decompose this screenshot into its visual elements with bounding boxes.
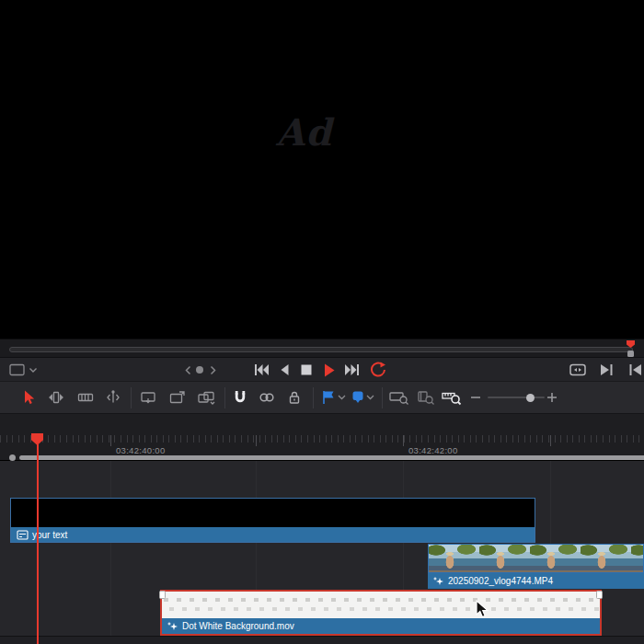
trim-handle-left[interactable] bbox=[159, 591, 166, 599]
go-to-next-edit-icon[interactable] bbox=[598, 362, 615, 377]
timeline-tracks[interactable]: your text 20250902_vlog4744.MP4 Dot Whit… bbox=[0, 461, 644, 636]
clip-attribute-icon bbox=[167, 621, 178, 632]
marker-dropdown-chevron-icon[interactable] bbox=[365, 392, 374, 403]
clip-name: 20250902_vlog4744.MP4 bbox=[448, 576, 553, 586]
timeline-clip-vlog[interactable]: 20250902_vlog4744.MP4 bbox=[428, 544, 644, 589]
timeline-bottom-strip bbox=[0, 636, 644, 644]
timeline-scrollbar-dot[interactable] bbox=[9, 454, 16, 461]
timecode-label: 03:42:42:00 bbox=[408, 445, 458, 455]
trim-handle-right[interactable] bbox=[596, 591, 603, 599]
transport-bar bbox=[0, 357, 644, 381]
ruler-major-tick bbox=[110, 435, 111, 446]
fit-to-fill-icon[interactable] bbox=[569, 362, 587, 377]
toolbar-divider bbox=[313, 387, 314, 408]
go-to-previous-edit-icon[interactable] bbox=[627, 362, 643, 377]
clip-name: Dot White Background.mov bbox=[182, 621, 294, 631]
loop-button[interactable] bbox=[369, 361, 387, 379]
timeline-view-full-icon[interactable] bbox=[388, 388, 410, 407]
toolbar-divider bbox=[131, 387, 132, 408]
zoom-slider-knob[interactable] bbox=[526, 394, 535, 402]
flag-dropdown-chevron-icon[interactable] bbox=[337, 392, 346, 403]
ruler-major-tick bbox=[550, 435, 551, 446]
ruler-minor-ticks bbox=[0, 435, 644, 443]
toolbar-divider bbox=[224, 387, 225, 408]
dot-clip-thumbnail bbox=[162, 592, 600, 618]
ruler-major-tick bbox=[256, 435, 257, 446]
position-lock-icon[interactable] bbox=[285, 388, 304, 407]
linked-selection-icon[interactable] bbox=[258, 388, 276, 407]
vlog-clip-thumbnails bbox=[428, 544, 644, 573]
dynamic-trim-mode-icon[interactable] bbox=[104, 388, 122, 407]
safe-area-overlay-icon[interactable] bbox=[7, 362, 28, 378]
last-frame-button[interactable] bbox=[343, 362, 360, 377]
viewer-seek-strip bbox=[0, 339, 644, 357]
insert-clip-icon[interactable] bbox=[138, 388, 158, 407]
app-window: Ad bbox=[0, 0, 644, 644]
play-button[interactable] bbox=[323, 362, 336, 378]
trim-edit-mode-icon[interactable] bbox=[47, 388, 65, 407]
toolbar-divider bbox=[382, 387, 383, 408]
clip-label-bar: your text bbox=[11, 527, 535, 542]
step-back-button[interactable] bbox=[278, 362, 291, 377]
clip-label-bar: 20250902_vlog4744.MP4 bbox=[428, 573, 644, 589]
overwrite-clip-icon[interactable] bbox=[167, 388, 188, 407]
mouse-cursor bbox=[476, 600, 489, 619]
title-clip-thumbnail bbox=[11, 499, 535, 527]
viewer-overlay-text: Ad bbox=[276, 110, 386, 154]
jog-left-icon[interactable] bbox=[183, 364, 192, 375]
clip-attribute-icon bbox=[433, 576, 444, 587]
clip-label-bar: Dot White Background.mov bbox=[162, 618, 600, 634]
timeline-clip-dot-background[interactable]: Dot White Background.mov bbox=[160, 590, 602, 636]
timeline-clip-title[interactable]: your text bbox=[10, 498, 535, 543]
timeline-view-custom-icon[interactable] bbox=[441, 388, 463, 407]
stop-button[interactable] bbox=[300, 362, 313, 377]
timecode-label: 03:42:40:00 bbox=[116, 445, 166, 455]
jog-dot-icon[interactable] bbox=[196, 366, 203, 374]
zoom-in-icon[interactable] bbox=[546, 388, 558, 407]
overlay-dropdown-chevron-icon[interactable] bbox=[28, 364, 39, 375]
marker-icon[interactable] bbox=[351, 388, 365, 407]
ruler-major-tick bbox=[403, 435, 404, 446]
timeline-gridline bbox=[110, 461, 111, 636]
zoom-slider-track[interactable] bbox=[488, 397, 545, 398]
replace-clip-icon[interactable] bbox=[196, 388, 216, 407]
selection-mode-button[interactable] bbox=[19, 388, 38, 407]
flag-icon[interactable] bbox=[321, 388, 336, 407]
playhead-line[interactable] bbox=[37, 433, 39, 644]
viewer-seek-bar[interactable] bbox=[9, 347, 633, 352]
timeline-view-detail-icon[interactable] bbox=[415, 388, 437, 407]
viewer-seek-knob[interactable] bbox=[627, 351, 634, 357]
edit-toolbar bbox=[0, 381, 644, 413]
viewer-canvas[interactable]: Ad bbox=[0, 0, 644, 339]
timeline-ruler[interactable]: 03:42:40:00 03:42:42:00 bbox=[0, 413, 644, 460]
title-clip-icon bbox=[17, 530, 29, 540]
razor-edit-mode-icon[interactable] bbox=[76, 388, 95, 407]
snapping-magnet-icon[interactable] bbox=[231, 388, 249, 407]
first-frame-button[interactable] bbox=[253, 362, 270, 377]
zoom-out-icon[interactable] bbox=[469, 388, 482, 407]
timeline-scrollbar[interactable] bbox=[19, 455, 644, 460]
jog-right-icon[interactable] bbox=[208, 364, 217, 375]
